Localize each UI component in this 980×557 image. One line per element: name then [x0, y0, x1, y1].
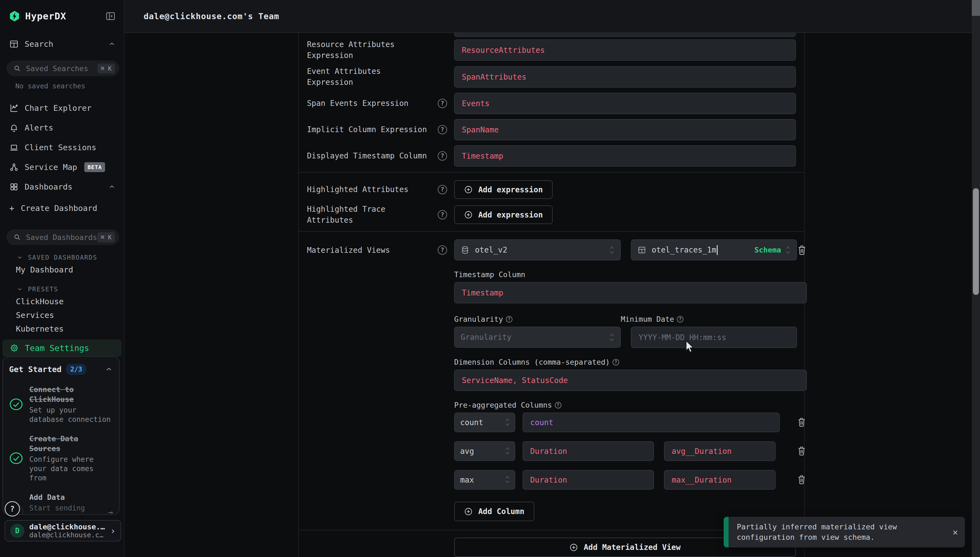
add-column-button[interactable]: Add Column — [454, 502, 534, 521]
table-select[interactable]: otel_traces_1m Schema — [631, 239, 797, 261]
app-root: HyperDX Search Saved Searches ⌘ K No sav… — [0, 0, 980, 557]
select-placeholder: Granularity — [461, 333, 511, 342]
granularity-mindate-fields: Granularity YYYY-MM-DD HH:mm:ss — [454, 327, 807, 348]
sidebar-item-label: Client Sessions — [24, 143, 96, 152]
circle-plus-icon — [569, 543, 578, 552]
sidebar-item-search[interactable]: Search — [9, 38, 116, 50]
help-icon[interactable]: ? — [438, 125, 447, 134]
aggregation-fn-select[interactable]: max — [454, 470, 515, 490]
expression-input[interactable]: count — [523, 412, 780, 432]
help-icon[interactable]: ? — [438, 151, 447, 161]
get-started-step-sources[interactable]: Create Data Sources Configure where your… — [9, 434, 113, 482]
form-row-displayed-timestamp: Displayed Timestamp Column ? Timestamp — [307, 145, 796, 167]
help-icon[interactable]: ? — [438, 185, 447, 194]
search-section-icon — [9, 39, 19, 49]
minimum-date-input[interactable]: YYYY-MM-DD HH:mm:ss — [631, 327, 797, 348]
sidebar-collapse-icon[interactable] — [105, 11, 116, 21]
granularity-select[interactable]: Granularity — [454, 327, 621, 348]
chevron-up-icon[interactable] — [108, 40, 116, 48]
sidebar-item-dashboards[interactable]: Dashboards — [9, 177, 116, 197]
select-chevrons-icon — [505, 418, 511, 427]
avatar: D — [10, 524, 24, 538]
sidebar-item-chart-explorer[interactable]: Chart Explorer — [9, 98, 116, 118]
minimum-date-label: Minimum Date ? — [621, 315, 787, 323]
help-icon[interactable]: ? — [612, 359, 619, 365]
displayed-timestamp-input[interactable]: Timestamp — [454, 145, 796, 167]
schema-link[interactable]: Schema — [754, 246, 781, 254]
get-started-header[interactable]: Get Started 2/3 — [9, 364, 113, 375]
resource-attributes-input[interactable]: ResourceAttributes — [454, 39, 796, 61]
help-icon[interactable]: ? — [555, 402, 562, 409]
close-icon[interactable]: ✕ — [952, 527, 958, 537]
alias-input[interactable]: max__Duration — [664, 470, 776, 490]
section-presets[interactable]: PRESETS — [16, 284, 116, 295]
expression-input[interactable]: Duration — [523, 470, 654, 490]
saved-searches-input[interactable]: Saved Searches ⌘ K — [7, 61, 119, 76]
field-label: Resource Attributes Expression — [307, 39, 431, 61]
sidebar-item-client-sessions[interactable]: Client Sessions — [9, 138, 116, 157]
alias-input[interactable]: avg__Duration — [664, 441, 776, 461]
form-row-highlighted-attributes: Highlighted Attributes ? Add expression — [307, 180, 796, 199]
trash-icon[interactable] — [797, 417, 807, 428]
scrollbar-thumb[interactable] — [973, 188, 979, 295]
trash-icon[interactable] — [797, 446, 807, 457]
chevron-up-icon[interactable] — [108, 183, 116, 191]
sidebar-item-my-dashboard[interactable]: My Dashboard — [16, 263, 116, 277]
trash-icon[interactable] — [797, 244, 807, 256]
step-title: Connect to ClickHouse — [29, 384, 111, 404]
sidebar-item-kubernetes[interactable]: Kubernetes — [16, 322, 116, 336]
dashboards-icon — [9, 182, 19, 192]
get-started-step-add-data[interactable]: 3 Add Data Start sending logs, metrics, … — [9, 492, 113, 515]
create-dashboard-button[interactable]: + Create Dashboard — [9, 200, 116, 217]
span-events-input[interactable]: Events — [454, 93, 796, 114]
service-map-icon — [9, 163, 19, 172]
preset-name: Services — [16, 311, 54, 320]
fn-value: count — [460, 418, 483, 427]
sidebar-item-clickhouse[interactable]: ClickHouse — [16, 295, 116, 308]
section-saved-dashboards[interactable]: SAVED DASHBOARDS — [16, 252, 116, 263]
trash-icon[interactable] — [797, 474, 807, 485]
fn-value: max — [460, 476, 474, 484]
circle-plus-icon — [464, 185, 473, 194]
question-glyph: ? — [557, 403, 559, 408]
form-row-event-attributes: Event Attributes Expression SpanAttribut… — [307, 66, 796, 88]
help-icon[interactable]: ? — [438, 245, 447, 255]
search-icon — [13, 233, 21, 241]
help-icon[interactable]: ? — [677, 316, 684, 322]
form-row-resource-attributes: Resource Attributes Expression ResourceA… — [307, 39, 796, 61]
mv-timestamp-input[interactable]: Timestamp — [454, 282, 807, 303]
sidebar-item-service-map[interactable]: Service Map BETA — [9, 157, 116, 177]
gear-icon — [10, 343, 19, 353]
plus-icon: + — [9, 204, 14, 213]
help-icon[interactable]: ? — [438, 210, 447, 220]
field-value: SpanName — [462, 125, 499, 134]
preset-name: ClickHouse — [16, 297, 64, 306]
help-icon[interactable]: ? — [506, 316, 513, 322]
expression-input[interactable]: Duration — [523, 441, 654, 461]
dimension-columns-input[interactable]: ServiceName, StatusCode — [454, 370, 807, 391]
database-select[interactable]: otel_v2 — [454, 239, 621, 261]
granularity-label: Granularity ? — [454, 315, 621, 323]
implicit-column-input[interactable]: SpanName — [454, 119, 796, 140]
brand-name: HyperDX — [25, 11, 66, 21]
help-button[interactable]: ? — [5, 501, 20, 516]
get-started-step-connect[interactable]: Connect to ClickHouse Set up your databa… — [9, 384, 113, 424]
sidebar-item-label: Chart Explorer — [24, 103, 91, 113]
step-text: Connect to ClickHouse Set up your databa… — [29, 384, 111, 424]
button-label: Add expression — [478, 210, 543, 220]
event-attributes-input[interactable]: SpanAttributes — [454, 66, 796, 88]
chevron-up-icon[interactable] — [105, 365, 113, 373]
sidebar-item-services[interactable]: Services — [16, 308, 116, 322]
aggregation-fn-select[interactable]: avg — [454, 441, 515, 461]
sidebar-item-team-settings[interactable]: Team Settings — [2, 339, 122, 357]
sidebar-item-alerts[interactable]: Alerts — [9, 118, 116, 138]
clipped-input[interactable] — [454, 33, 796, 37]
saved-dashboards-input[interactable]: Saved Dashboards ⌘ K — [7, 230, 119, 245]
preagg-row-avg: avg Duration avg__Duration — [454, 441, 807, 461]
select-chevrons-icon — [785, 245, 791, 255]
user-menu[interactable]: D dale@clickhouse.… dale@clickhouse.c… › — [5, 520, 121, 541]
add-expression-button[interactable]: Add expression — [454, 180, 553, 199]
aggregation-fn-select[interactable]: count — [454, 412, 515, 432]
help-icon[interactable]: ? — [438, 99, 447, 108]
add-expression-button[interactable]: Add expression — [454, 205, 553, 224]
